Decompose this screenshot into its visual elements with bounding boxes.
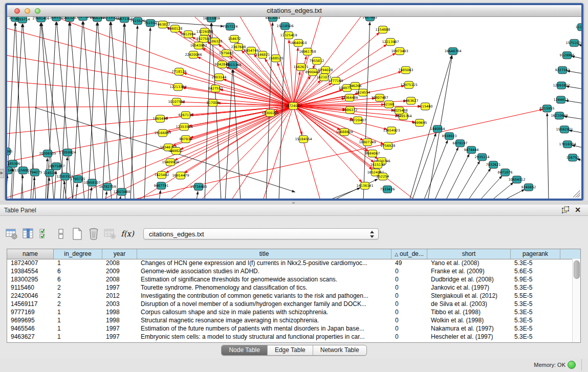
graph-node[interactable]: 9756928 xyxy=(381,142,396,149)
table-cell[interactable]: 22420046 xyxy=(7,292,54,300)
table-cell[interactable]: 0 xyxy=(391,275,427,283)
table-cell[interactable]: Yano et al. (2008) xyxy=(427,259,511,267)
graph-node[interactable]: 917004 xyxy=(207,99,220,106)
table-cell[interactable]: 1998 xyxy=(102,316,137,324)
column-header-title[interactable]: title xyxy=(137,249,391,259)
table-row[interactable]: 1938455462009Genome-wide association stu… xyxy=(7,267,573,275)
graph-node[interactable]: 10688609 xyxy=(336,128,353,136)
table-cell[interactable]: 0 xyxy=(391,300,427,308)
table-cell[interactable]: 2009 xyxy=(102,267,137,275)
graph-node[interactable]: 1588520 xyxy=(269,55,284,62)
resize-grip-icon[interactable] xyxy=(573,190,580,198)
table-cell[interactable]: Dudbridge et al. (2008) xyxy=(427,275,511,283)
table-cell[interactable]: Tourette syndrome. Phenomenology and cla… xyxy=(137,283,391,292)
table-cell[interactable]: Embryonic stem cells: a model to study s… xyxy=(137,333,391,341)
graph-node[interactable]: 10807487 xyxy=(371,94,388,101)
graph-node[interactable]: 16640910 xyxy=(290,39,307,47)
column-header-year[interactable]: year xyxy=(102,249,137,259)
table-cell[interactable]: 5.6E-5 xyxy=(511,267,560,275)
graph-node[interactable]: 9699695 xyxy=(412,119,427,126)
graph-node[interactable]: 887834 xyxy=(180,136,192,143)
graph-node[interactable]: 15184554 xyxy=(295,136,312,143)
table-cell[interactable]: Stergiakouli et al. (2012) xyxy=(427,292,511,300)
graph-node[interactable]: 16914479 xyxy=(172,172,189,179)
vertical-scrollbar[interactable] xyxy=(572,259,580,342)
table-cell[interactable]: 1 xyxy=(54,324,102,333)
table-cell[interactable]: Wolkin et al. (1998) xyxy=(427,316,511,324)
table-cell[interactable]: 2003 xyxy=(102,300,137,308)
graph-node[interactable]: 12213384 xyxy=(169,83,186,91)
table-cell[interactable]: 2 xyxy=(54,300,102,308)
table-cell[interactable]: Investigating the contribution of common… xyxy=(137,292,391,300)
selection-mode-button[interactable] xyxy=(38,227,51,240)
table-cell[interactable]: 1 xyxy=(54,259,102,267)
graph-node[interactable]: 1244413 xyxy=(554,96,569,103)
graph-node[interactable]: 2718126 xyxy=(172,68,187,75)
graph-node[interactable]: 8215955 xyxy=(540,105,555,112)
table-cell[interactable]: Franke et al. (2009) xyxy=(427,267,511,275)
graph-node[interactable]: 15751074 xyxy=(565,39,581,47)
column-header-in-degree[interactable]: in_degree xyxy=(54,249,102,259)
table-cell[interactable]: 19384554 xyxy=(7,267,54,275)
graph-node[interactable]: 1185306 xyxy=(7,160,20,167)
graph-node[interactable]: 15218506 xyxy=(276,23,293,30)
tab-node-table[interactable]: Node Table xyxy=(222,345,268,355)
collapsed-panel-arrow-icon[interactable]: ▶ xyxy=(0,169,4,178)
table-row[interactable]: 1830029562008Estimation of significance … xyxy=(7,275,573,283)
graph-node[interactable]: 154672 xyxy=(228,35,241,42)
table-cell[interactable]: 1 xyxy=(54,333,102,341)
scrollbar-thumb[interactable] xyxy=(574,260,580,279)
table-cell[interactable]: 0 xyxy=(391,283,427,292)
split-handle[interactable] xyxy=(0,201,588,205)
graph-node[interactable]: 3375685 xyxy=(219,50,234,57)
graph-node[interactable]: 114519 xyxy=(43,169,56,177)
delete-table-button[interactable] xyxy=(103,227,117,240)
graph-node[interactable]: 111284 xyxy=(576,24,581,31)
table-cell[interactable]: Estimation of significance thresholds fo… xyxy=(137,275,391,283)
table-cell[interactable]: 6 xyxy=(54,267,102,275)
table-cell[interactable]: 0 xyxy=(391,324,427,333)
graph-node[interactable]: 17016504 xyxy=(559,141,576,148)
graph-node[interactable]: 1794275 xyxy=(28,169,42,176)
graph-node[interactable]: 3624554 xyxy=(356,89,371,96)
table-cell[interactable]: 2 xyxy=(54,283,102,292)
graph-node[interactable]: 16961758 xyxy=(299,48,316,55)
graph-node[interactable]: 252254 xyxy=(377,173,389,180)
graph-node[interactable]: 8186328 xyxy=(208,38,223,45)
graph-node[interactable]: 8660128 xyxy=(168,25,183,32)
graph-node[interactable]: 15166857 xyxy=(154,129,171,137)
graph-node[interactable]: 7485063 xyxy=(399,67,413,74)
graph-node[interactable]: 7515526 xyxy=(130,17,145,25)
table-row[interactable]: 946362711997Embryonic stem cells: a mode… xyxy=(7,333,573,341)
tab-network-table[interactable]: Network Table xyxy=(313,345,366,355)
table-cell[interactable]: 5.3E-5 xyxy=(511,300,560,308)
table-row[interactable]: 911546021997Tourette syndrome. Phenomeno… xyxy=(7,283,573,292)
table-cell[interactable]: 5.3E-5 xyxy=(511,316,560,324)
table-row[interactable]: 977716911998Corpus callosum shape and si… xyxy=(7,308,573,316)
table-selector-dropdown[interactable]: citations_edges.txt xyxy=(143,228,379,239)
graph-node[interactable]: 10654112 xyxy=(508,176,525,183)
graph-node[interactable]: 391548 xyxy=(7,167,14,174)
graph-node[interactable]: 746266 xyxy=(349,82,362,90)
network-window-titlebar[interactable]: citations_edges.txt xyxy=(7,5,581,17)
table-cell[interactable]: 1997 xyxy=(102,283,137,292)
table-cell[interactable]: 2012 xyxy=(102,292,137,300)
table-cell[interactable]: 1997 xyxy=(102,333,137,341)
graph-node[interactable]: 152760 xyxy=(77,17,90,20)
table-cell[interactable]: 5.3E-5 xyxy=(511,259,560,267)
tab-edge-table[interactable]: Edge Table xyxy=(268,345,313,355)
table-cell[interactable]: 0 xyxy=(391,292,427,300)
table-cell[interactable]: 5.9E-5 xyxy=(511,275,560,283)
table-cell[interactable]: 5.3E-5 xyxy=(511,308,560,316)
table-mode-button[interactable] xyxy=(5,227,18,240)
graph-node[interactable]: 9487791 xyxy=(154,182,169,189)
table-cell[interactable]: 18300295 xyxy=(7,275,54,283)
graph-node[interactable]: 8267110 xyxy=(179,112,193,119)
graph-node[interactable]: 10107553 xyxy=(168,98,185,105)
column-header-short[interactable]: short xyxy=(427,249,511,259)
table-cell[interactable]: de Silva et al. (2003) xyxy=(427,300,511,308)
table-cell[interactable]: 1 xyxy=(54,316,102,324)
graph-node[interactable]: 7955812 xyxy=(310,57,324,64)
graph-node[interactable]: 20206505 xyxy=(39,150,56,157)
graph-node[interactable]: 27691406 xyxy=(32,17,49,22)
